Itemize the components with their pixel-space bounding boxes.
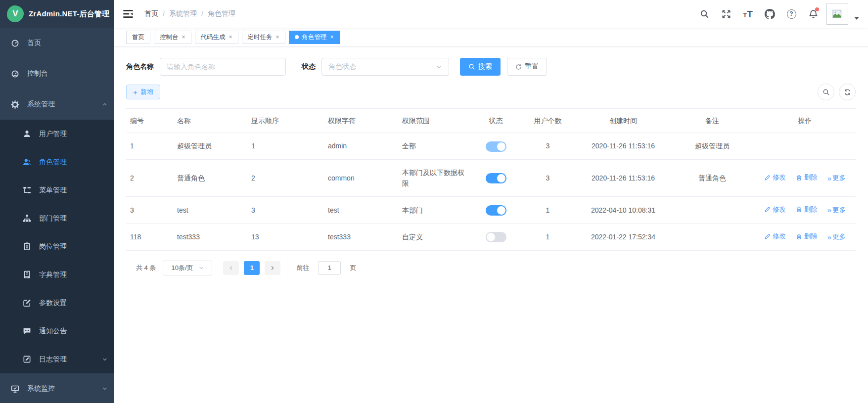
cell-actions bbox=[754, 138, 856, 153]
sidebar-item-dict-mgmt[interactable]: 字典管理 bbox=[0, 261, 114, 289]
topbar-actions: TT ? bbox=[696, 3, 861, 25]
prev-page-button[interactable] bbox=[223, 261, 239, 275]
users-icon bbox=[23, 158, 31, 166]
chevron-down-icon bbox=[198, 265, 204, 271]
more-link[interactable]: » 更多 bbox=[827, 173, 846, 183]
delete-link[interactable]: 删除 bbox=[796, 172, 818, 183]
edit-link[interactable]: 修改 bbox=[764, 204, 786, 215]
sidebar-menu: 首页 控制台 系统管理 用户管理 角色管理 bbox=[0, 28, 114, 403]
help-button[interactable]: ? bbox=[783, 5, 800, 22]
cell-remark bbox=[670, 229, 754, 244]
fullscreen-button[interactable] bbox=[718, 5, 734, 22]
sidebar-item-role-mgmt[interactable]: 角色管理 bbox=[0, 148, 114, 176]
close-icon[interactable]: × bbox=[276, 34, 279, 41]
more-link[interactable]: » 更多 bbox=[827, 205, 846, 216]
page-size-select[interactable]: 10条/页 bbox=[163, 261, 212, 275]
refresh-icon bbox=[515, 64, 522, 70]
cell-remark: 普通角色 bbox=[670, 165, 754, 191]
sidebar-item-menu-mgmt[interactable]: 菜单管理 bbox=[0, 176, 114, 204]
tab-scheduled-tasks[interactable]: 定时任务× bbox=[242, 31, 285, 44]
reset-button[interactable]: 重置 bbox=[507, 58, 547, 76]
goto-label: 前往 bbox=[296, 264, 309, 272]
breadcrumb-item[interactable]: 首页 bbox=[144, 9, 158, 18]
status-toggle[interactable] bbox=[486, 232, 506, 242]
table-row: 3 test 3 test 本部门 1 2022-04-10 10:08:31 … bbox=[126, 197, 856, 224]
collapse-sidebar-icon[interactable] bbox=[123, 8, 134, 19]
table-row: 1 超级管理员 1 admin 全部 3 2020-11-26 11:53:16… bbox=[126, 133, 856, 160]
tab-codegen[interactable]: 代码生成× bbox=[195, 31, 238, 44]
search-button[interactable]: 搜索 bbox=[460, 58, 501, 76]
cell-order: 3 bbox=[247, 197, 324, 223]
edit-link[interactable]: 修改 bbox=[764, 231, 786, 242]
status-toggle[interactable] bbox=[486, 205, 506, 216]
add-button[interactable]: + 新增 bbox=[126, 85, 160, 99]
sidebar-item-label: 字典管理 bbox=[39, 270, 108, 279]
cell-created-time: 2022-01-22 17:52:34 bbox=[576, 224, 670, 250]
next-page-button[interactable] bbox=[265, 261, 280, 275]
column-header: 创建时间 bbox=[576, 109, 670, 133]
cell-user-count: 1 bbox=[519, 197, 576, 223]
trash-icon bbox=[796, 175, 802, 181]
app-logo[interactable]: V ZrAdmin.NET-后台管理 bbox=[0, 0, 114, 28]
user-menu-caret-icon[interactable] bbox=[854, 17, 859, 20]
sidebar-item-system-monitor[interactable]: 系统监控 bbox=[0, 373, 114, 403]
help-icon: ? bbox=[787, 9, 796, 19]
sidebar-item-label: 参数设置 bbox=[39, 299, 108, 308]
sidebar-item-post-mgmt[interactable]: 岗位管理 bbox=[0, 232, 114, 261]
cell-scope: 全部 bbox=[398, 133, 472, 159]
sidebar-item-home[interactable]: 首页 bbox=[0, 28, 114, 58]
close-icon[interactable]: × bbox=[229, 34, 232, 41]
tab-home[interactable]: 首页 bbox=[126, 31, 150, 44]
cell-id: 118 bbox=[126, 224, 173, 250]
cell-order: 2 bbox=[247, 165, 324, 191]
avatar[interactable] bbox=[826, 3, 848, 25]
sidebar-item-system-mgmt[interactable]: 系统管理 bbox=[0, 89, 114, 120]
delete-link[interactable]: 删除 bbox=[796, 204, 818, 215]
search-icon bbox=[468, 63, 475, 70]
refresh-table-button[interactable] bbox=[839, 84, 856, 100]
sitemap-icon bbox=[23, 214, 31, 223]
chevron-up-icon bbox=[102, 101, 108, 107]
cell-scope: 本部门及以下数据权限 bbox=[398, 160, 472, 196]
status-toggle[interactable] bbox=[486, 173, 506, 183]
broken-image-icon bbox=[832, 8, 843, 19]
double-chevron-icon: » bbox=[827, 206, 831, 214]
close-icon[interactable]: × bbox=[330, 34, 334, 41]
column-header: 编号 bbox=[126, 109, 173, 133]
page-number-button[interactable]: 1 bbox=[244, 261, 260, 275]
dashboard-icon bbox=[11, 70, 19, 78]
cell-name: 普通角色 bbox=[173, 165, 247, 191]
sidebar: V ZrAdmin.NET-后台管理 首页 控制台 系统管理 bbox=[0, 0, 114, 403]
breadcrumb-item: 角色管理 bbox=[208, 9, 235, 18]
goto-page-input[interactable] bbox=[318, 261, 341, 275]
notification-button[interactable] bbox=[805, 5, 822, 22]
page-unit-label: 页 bbox=[350, 264, 356, 272]
pagination: 共 4 条 10条/页 1 前往 页 bbox=[136, 261, 856, 275]
sidebar-item-notice[interactable]: 通知公告 bbox=[0, 317, 114, 345]
cell-name: 超级管理员 bbox=[173, 133, 247, 159]
fullscreen-icon bbox=[722, 9, 731, 19]
sidebar-item-dept-mgmt[interactable]: 部门管理 bbox=[0, 204, 114, 232]
more-link[interactable]: » 更多 bbox=[827, 231, 846, 242]
close-icon[interactable]: × bbox=[182, 34, 185, 41]
edit-link[interactable]: 修改 bbox=[764, 172, 786, 183]
sidebar-item-log-mgmt[interactable]: 日志管理 bbox=[0, 345, 114, 373]
github-button[interactable] bbox=[761, 5, 778, 22]
sidebar-item-label: 岗位管理 bbox=[39, 242, 108, 251]
sidebar-item-user-mgmt[interactable]: 用户管理 bbox=[0, 120, 114, 148]
sidebar-item-param-settings[interactable]: 参数设置 bbox=[0, 289, 114, 317]
status-toggle[interactable] bbox=[486, 141, 506, 152]
status-select[interactable]: 角色状态 bbox=[321, 58, 449, 76]
sidebar-item-label: 菜单管理 bbox=[39, 186, 108, 195]
tab-role-mgmt[interactable]: 角色管理× bbox=[289, 31, 340, 44]
role-name-input[interactable] bbox=[160, 58, 286, 76]
sidebar-item-console[interactable]: 控制台 bbox=[0, 58, 114, 89]
delete-link[interactable]: 删除 bbox=[796, 231, 818, 242]
show-search-button[interactable] bbox=[818, 84, 834, 100]
gear-icon bbox=[11, 100, 19, 109]
font-size-button[interactable]: TT bbox=[739, 5, 756, 22]
tab-console[interactable]: 控制台× bbox=[154, 31, 191, 44]
cell-order: 1 bbox=[247, 133, 324, 159]
sidebar-item-label: 用户管理 bbox=[39, 130, 108, 138]
topbar-search-button[interactable] bbox=[696, 5, 713, 22]
